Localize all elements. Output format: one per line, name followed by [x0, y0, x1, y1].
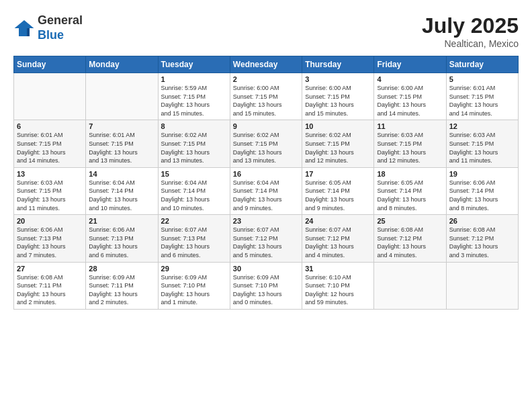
day-detail: Sunrise: 6:00 AM Sunset: 7:15 PM Dayligh… [233, 84, 299, 118]
weekday-header-wednesday: Wednesday [230, 56, 302, 73]
day-number: 24 [305, 217, 371, 225]
day-detail: Sunrise: 6:00 AM Sunset: 7:15 PM Dayligh… [305, 84, 371, 118]
day-number: 4 [377, 75, 443, 83]
day-number: 25 [377, 217, 443, 225]
month-year: July 2025 [422, 13, 519, 38]
day-cell: 9Sunrise: 6:02 AM Sunset: 7:15 PM Daylig… [230, 120, 302, 167]
day-number: 6 [17, 122, 83, 130]
weekday-header-friday: Friday [374, 56, 446, 73]
day-number: 5 [449, 75, 515, 83]
day-number: 17 [305, 170, 371, 178]
calendar: SundayMondayTuesdayWednesdayThursdayFrid… [13, 56, 519, 310]
day-number: 26 [449, 217, 515, 225]
day-detail: Sunrise: 6:03 AM Sunset: 7:15 PM Dayligh… [449, 131, 515, 165]
day-number: 21 [89, 217, 154, 225]
day-detail: Sunrise: 6:03 AM Sunset: 7:15 PM Dayligh… [17, 179, 83, 212]
day-cell: 17Sunrise: 6:05 AM Sunset: 7:14 PM Dayli… [302, 167, 374, 214]
day-number: 15 [161, 170, 227, 178]
day-detail: Sunrise: 5:59 AM Sunset: 7:15 PM Dayligh… [161, 84, 227, 118]
week-row-4: 20Sunrise: 6:06 AM Sunset: 7:13 PM Dayli… [14, 215, 519, 262]
day-detail: Sunrise: 6:03 AM Sunset: 7:15 PM Dayligh… [377, 131, 443, 165]
weekday-header-monday: Monday [86, 56, 158, 73]
day-cell [86, 73, 158, 120]
day-number: 7 [89, 122, 154, 130]
day-number: 16 [233, 170, 299, 178]
day-cell: 7Sunrise: 6:01 AM Sunset: 7:15 PM Daylig… [86, 120, 158, 167]
day-detail: Sunrise: 6:01 AM Sunset: 7:15 PM Dayligh… [17, 131, 83, 165]
day-detail: Sunrise: 6:01 AM Sunset: 7:15 PM Dayligh… [449, 84, 515, 118]
day-number: 12 [449, 122, 515, 130]
day-cell: 3Sunrise: 6:00 AM Sunset: 7:15 PM Daylig… [302, 73, 374, 120]
day-detail: Sunrise: 6:08 AM Sunset: 7:12 PM Dayligh… [377, 226, 443, 259]
location: Nealtican, Mexico [422, 38, 519, 49]
day-number: 22 [161, 217, 227, 225]
day-cell: 25Sunrise: 6:08 AM Sunset: 7:12 PM Dayli… [374, 215, 446, 262]
day-cell: 2Sunrise: 6:00 AM Sunset: 7:15 PM Daylig… [230, 73, 302, 120]
day-detail: Sunrise: 6:04 AM Sunset: 7:14 PM Dayligh… [233, 179, 299, 212]
day-number: 10 [305, 122, 371, 130]
day-number: 18 [377, 170, 443, 178]
weekday-header-sunday: Sunday [14, 56, 86, 73]
day-cell: 21Sunrise: 6:06 AM Sunset: 7:13 PM Dayli… [86, 215, 158, 262]
day-cell: 6Sunrise: 6:01 AM Sunset: 7:15 PM Daylig… [14, 120, 86, 167]
day-cell: 26Sunrise: 6:08 AM Sunset: 7:12 PM Dayli… [446, 215, 518, 262]
day-cell: 5Sunrise: 6:01 AM Sunset: 7:15 PM Daylig… [446, 73, 518, 120]
day-cell: 8Sunrise: 6:02 AM Sunset: 7:15 PM Daylig… [158, 120, 230, 167]
svg-marker-0 [15, 20, 34, 36]
day-cell: 23Sunrise: 6:07 AM Sunset: 7:12 PM Dayli… [230, 215, 302, 262]
day-detail: Sunrise: 6:02 AM Sunset: 7:15 PM Dayligh… [305, 131, 371, 165]
day-cell: 30Sunrise: 6:09 AM Sunset: 7:10 PM Dayli… [230, 262, 302, 309]
logo-general: General [38, 13, 83, 27]
day-number: 27 [17, 265, 83, 273]
day-detail: Sunrise: 6:05 AM Sunset: 7:14 PM Dayligh… [305, 179, 371, 212]
day-detail: Sunrise: 6:09 AM Sunset: 7:11 PM Dayligh… [89, 273, 154, 307]
day-detail: Sunrise: 6:05 AM Sunset: 7:14 PM Dayligh… [377, 179, 443, 212]
day-cell: 19Sunrise: 6:06 AM Sunset: 7:14 PM Dayli… [446, 167, 518, 214]
day-number: 3 [305, 75, 371, 83]
day-number: 19 [449, 170, 515, 178]
day-number: 23 [233, 217, 299, 225]
day-cell: 31Sunrise: 6:10 AM Sunset: 7:10 PM Dayli… [302, 262, 374, 309]
day-detail: Sunrise: 6:00 AM Sunset: 7:15 PM Dayligh… [377, 84, 443, 118]
day-number: 9 [233, 122, 299, 130]
day-detail: Sunrise: 6:02 AM Sunset: 7:15 PM Dayligh… [233, 131, 299, 165]
day-cell: 1Sunrise: 5:59 AM Sunset: 7:15 PM Daylig… [158, 73, 230, 120]
week-row-3: 13Sunrise: 6:03 AM Sunset: 7:15 PM Dayli… [14, 167, 519, 214]
day-number: 29 [161, 265, 227, 273]
day-cell: 12Sunrise: 6:03 AM Sunset: 7:15 PM Dayli… [446, 120, 518, 167]
day-detail: Sunrise: 6:08 AM Sunset: 7:11 PM Dayligh… [17, 273, 83, 307]
day-detail: Sunrise: 6:07 AM Sunset: 7:13 PM Dayligh… [161, 226, 227, 259]
title-area: July 2025 Nealtican, Mexico [422, 13, 519, 49]
day-cell: 22Sunrise: 6:07 AM Sunset: 7:13 PM Dayli… [158, 215, 230, 262]
day-detail: Sunrise: 6:04 AM Sunset: 7:14 PM Dayligh… [161, 179, 227, 212]
day-cell: 27Sunrise: 6:08 AM Sunset: 7:11 PM Dayli… [14, 262, 86, 309]
day-number: 20 [17, 217, 83, 225]
header: General Blue July 2025 Nealtican, Mexico [13, 13, 519, 49]
day-cell: 4Sunrise: 6:00 AM Sunset: 7:15 PM Daylig… [374, 73, 446, 120]
weekday-header-thursday: Thursday [302, 56, 374, 73]
day-cell: 15Sunrise: 6:04 AM Sunset: 7:14 PM Dayli… [158, 167, 230, 214]
day-cell: 10Sunrise: 6:02 AM Sunset: 7:15 PM Dayli… [302, 120, 374, 167]
day-cell: 13Sunrise: 6:03 AM Sunset: 7:15 PM Dayli… [14, 167, 86, 214]
day-detail: Sunrise: 6:07 AM Sunset: 7:12 PM Dayligh… [233, 226, 299, 259]
weekday-header-saturday: Saturday [446, 56, 518, 73]
day-cell: 29Sunrise: 6:09 AM Sunset: 7:10 PM Dayli… [158, 262, 230, 309]
day-detail: Sunrise: 6:06 AM Sunset: 7:13 PM Dayligh… [89, 226, 154, 259]
day-number: 14 [89, 170, 154, 178]
day-number: 8 [161, 122, 227, 130]
day-cell [374, 262, 446, 309]
week-row-2: 6Sunrise: 6:01 AM Sunset: 7:15 PM Daylig… [14, 120, 519, 167]
logo-text: General Blue [38, 13, 83, 42]
day-number: 1 [161, 75, 227, 83]
day-detail: Sunrise: 6:07 AM Sunset: 7:12 PM Dayligh… [305, 226, 371, 259]
weekday-header-tuesday: Tuesday [158, 56, 230, 73]
day-cell: 16Sunrise: 6:04 AM Sunset: 7:14 PM Dayli… [230, 167, 302, 214]
day-number: 30 [233, 265, 299, 273]
logo-icon [13, 17, 35, 39]
day-detail: Sunrise: 6:01 AM Sunset: 7:15 PM Dayligh… [89, 131, 154, 165]
day-cell: 28Sunrise: 6:09 AM Sunset: 7:11 PM Dayli… [86, 262, 158, 309]
day-cell: 20Sunrise: 6:06 AM Sunset: 7:13 PM Dayli… [14, 215, 86, 262]
day-number: 31 [305, 265, 371, 273]
logo-blue: Blue [38, 28, 64, 42]
day-cell: 14Sunrise: 6:04 AM Sunset: 7:14 PM Dayli… [86, 167, 158, 214]
